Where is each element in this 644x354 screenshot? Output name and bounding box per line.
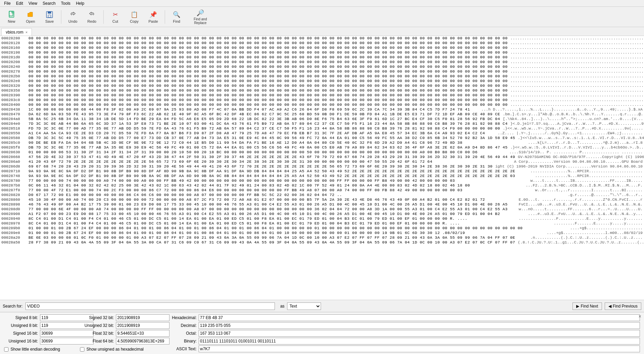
little-endian-checkbox[interactable] [4, 347, 8, 352]
cut-button[interactable]: ✂ Cut [106, 8, 124, 26]
hex-bytes[interactable]: A1 C4 AA 5A CA 93 CE 2E D3 CD 20 7C D5 5… [28, 131, 495, 136]
tab-vbios[interactable]: vbios.rom × [1, 28, 32, 36]
menu-tools[interactable]: Tools [58, 0, 73, 6]
hex-row[interactable]: 0002827800 00 00 00 00 00 00 00 00 00 00… [0, 69, 644, 74]
hex-bytes[interactable]: 00 00 00 00 00 00 00 00 00 00 00 00 00 0… [28, 45, 508, 50]
hex-bytes[interactable]: 1C 00 00 08 00 00 00 68 44 00 F8 3F 02 0… [28, 107, 479, 112]
hex-bytes[interactable]: 28 F7 38 09 21 09 43 0A 4A 55 09 3F 04 0… [28, 240, 515, 245]
hex-row[interactable]: 0002816000 00 00 00 00 00 00 00 00 00 00… [0, 45, 644, 50]
hex-row[interactable]: 000286a041 20 43 6F 72 70 2E 2E 2E 2E 2E… [0, 159, 644, 164]
hex-row[interactable]: 0002819800 00 00 00 00 00 00 00 00 00 00… [0, 50, 644, 55]
hex-bytes[interactable]: DB 7D 3C 3C 0E 77 35 0E 77 AB 3A 35 0E E… [28, 145, 508, 150]
decimal-input[interactable] [199, 322, 640, 329]
hexadecimal-input[interactable] [199, 314, 640, 321]
new-button[interactable]: New [3, 8, 20, 26]
hex-row[interactable]: 00028550A1 C4 AA 5A CA 93 CE 2E D3 CD 20… [0, 131, 644, 136]
hex-bytes[interactable]: 00 00 00 00 00 00 00 00 00 00 00 00 00 0… [28, 93, 508, 98]
hex-bytes[interactable]: A1 F2 07 00 00 23 E9 D0 08 17 75 33 00 4… [28, 212, 525, 216]
menu-search[interactable]: Search [40, 0, 58, 6]
tab-close-button[interactable]: × [25, 30, 27, 34]
paste-button[interactable]: 📌 Paste [144, 8, 162, 26]
hex-bytes[interactable]: 90 DE BE EB FA DA 94 04 6B 5B 4C 3D 9E C… [28, 140, 525, 145]
hex-bytes[interactable]: 00 00 00 00 00 00 00 00 00 00 00 00 00 0… [28, 41, 508, 45]
search-input[interactable] [25, 302, 275, 310]
hex-bytes[interactable]: 00 00 00 00 00 00 00 00 00 00 00 00 00 0… [28, 69, 508, 74]
hex-bytes[interactable]: 00 00 00 00 00 00 00 00 00 00 00 00 00 0… [28, 79, 508, 83]
hex-bytes[interactable]: 9A 93 9A 9E 8C 9A DF D2 DF B1 90 8B DF B… [28, 174, 532, 178]
hex-bytes[interactable]: 69 67 68 74 20 28 43 29 20 31 39 39 36 2… [28, 164, 492, 169]
find-prev-button[interactable]: ◀ Find Previous [605, 302, 641, 310]
hex-bytes[interactable]: 77 00 00 00 00 74 00 00 00 00 A0 74 00 0… [28, 178, 528, 183]
ascii-text-input[interactable] [199, 346, 640, 352]
copy-button[interactable]: 📋 Copy [125, 8, 143, 26]
menu-view[interactable]: View [26, 0, 40, 6]
menu-help[interactable]: Help [73, 0, 87, 6]
hex-bytes[interactable]: 45 10 30 4F 00 00 A0 74 00 20 C3 00 00 0… [28, 197, 516, 202]
hex-row[interactable]: 0002812800 00 00 00 00 00 00 00 00 00 00… [0, 41, 644, 45]
hex-bytes[interactable]: 00 00 00 00 00 00 00 00 00 00 00 00 00 0… [28, 64, 508, 69]
hex-bytes[interactable]: 47 56 2D 4E 32 30 37 53 47 41 4D 49 4E 4… [28, 155, 515, 159]
hex-bytes[interactable]: 46 76 43 49 0F 00 A4 B2 17 75 39 00 01 0… [28, 202, 516, 207]
find-replace-button[interactable]: 🔎 Find and Replace [187, 8, 214, 26]
find-next-button[interactable]: ▶ Find Next [572, 302, 602, 310]
binary-input[interactable] [199, 338, 640, 345]
hex-bytes[interactable]: 00 00 00 00 00 00 00 00 00 00 00 00 00 0… [28, 60, 508, 64]
undo-button[interactable]: Undo [64, 8, 82, 26]
hex-bytes[interactable]: 41 20 43 6F 72 70 2E 2E 2E 2E 2E 2E 2E 2… [28, 159, 511, 164]
hex-bytes[interactable]: DB 7D 3C 3C 5C 49 75 35 0E 77 AB DD D5 7… [28, 136, 515, 140]
hex-bytes[interactable]: 00 00 00 00 00 00 00 00 00 00 00 00 00 0… [28, 55, 508, 60]
open-button[interactable]: Open [22, 8, 39, 26]
hex-row[interactable]: 00028518FD 7D 3C 3C 0E 77 00 AD 77 35 0E… [0, 126, 644, 131]
save-button[interactable]: Save [41, 8, 58, 26]
hex-bytes[interactable]: BE 6E 03 00 00 08 01 0C F0 01 00 00 00 0… [28, 235, 528, 240]
hex-row[interactable]: 000287489A 93 9A 9E 8C 9A DF D2 DF B1 90… [0, 174, 644, 178]
hex-row[interactable]: 00028a20BE 6E 03 00 00 08 01 0C F0 01 00… [0, 235, 644, 240]
hex-row[interactable]: 00028588DB 7D 3C 3C 5C 49 75 35 0E 77 AB… [0, 136, 644, 140]
octal-input[interactable] [199, 330, 640, 337]
hex-row[interactable]: 0002828000 00 00 00 00 00 00 00 00 00 00… [0, 36, 644, 41]
hex-row[interactable]: 000287109A 93 9A 9E 8C 9A DF D2 DF B1 90… [0, 169, 644, 174]
hex-row[interactable]: 0002820800 00 00 00 00 00 00 00 00 00 00… [0, 60, 644, 64]
hex-row[interactable]: 0002824000 00 00 00 00 00 00 00 00 00 00… [0, 64, 644, 69]
search-type-select[interactable]: Text Hex Decimal Regex [287, 302, 321, 310]
hex-row[interactable]: 0002863001 00 00 00 06 53 31 30 2F 31 34… [0, 150, 644, 155]
hex-row[interactable]: 000286d869 67 68 74 20 28 43 29 20 31 39… [0, 164, 644, 169]
menu-file[interactable]: File [1, 0, 13, 6]
hex-row[interactable]: 000289788C C4 01 00 D1 C4 01 00 F4 C4 01… [0, 221, 644, 226]
hex-row[interactable]: 0002886045 10 30 4F 00 00 A0 74 00 20 C3… [0, 197, 644, 202]
hex-row[interactable]: 000282e800 00 00 00 00 00 00 00 00 00 00… [0, 79, 644, 83]
hex-row[interactable]: 000281d000 00 00 00 00 00 00 00 00 00 00… [0, 55, 644, 60]
hex-row[interactable]: 00028828D0 67 17 72 90 E1 00 00 00 00 40… [0, 193, 644, 197]
hex-bytes[interactable]: DA 62 6D 9A 03 5D FE 43 95 73 3E F4 79 8… [28, 112, 500, 117]
hex-bytes[interactable]: 77 00 00 4F 72 E1 00 00 00 74 00 2C F3 0… [28, 188, 532, 193]
hex-row[interactable]: 000289b001 00 00 01 00 2B 67 24 EF 00 00… [0, 226, 644, 231]
hex-row[interactable]: 0002835800 00 00 00 00 00 00 00 00 00 00… [0, 88, 644, 93]
hex-bytes[interactable]: D0 67 17 72 90 E1 00 00 00 00 40 00 00 8… [28, 193, 565, 197]
hex-row[interactable]: 000289408C C4 01 00 D1 C4 01 00 F4 C4 01… [0, 216, 644, 221]
hex-row[interactable]: 0002889846 76 43 49 0F 00 A4 B2 17 75 39… [0, 202, 644, 207]
hex-row[interactable]: 0002866847 56 2D 4E 32 30 37 53 47 41 4D… [0, 155, 644, 159]
hex-row[interactable]: 000285c090 DE BE EB FA DA 94 04 6B 5B 4C… [0, 140, 644, 145]
find-button[interactable]: 🔍 Find [168, 8, 185, 26]
hex-bytes[interactable]: 8C C4 01 00 D1 C4 01 00 F4 C4 01 00 46 C… [28, 216, 516, 221]
hex-row[interactable]: 0002840000 00 00 00 00 00 00 00 00 00 00… [0, 102, 644, 107]
hex-row[interactable]: 000284e07D 3C 3C 0E AB 44 B6 6A 65 6C 3D… [0, 121, 644, 126]
hex-row[interactable]: 000283c800 00 00 00 00 00 00 00 00 00 00… [0, 98, 644, 102]
hex-row[interactable]: 000284381C 00 00 08 00 00 00 68 44 00 F8… [0, 107, 644, 112]
hex-bytes[interactable]: 0C 06 11 46 32 01 04 00 32 02 42 02 25 0… [28, 183, 523, 188]
hex-row[interactable]: 0002832000 00 00 00 00 00 00 00 00 00 00… [0, 83, 644, 88]
hex-bytes[interactable]: 77 00 00 00 6E 4F 00 00 00 A0 74 00 00 0… [28, 207, 516, 212]
hex-bytes[interactable]: 7D 3C 3C 0E AB 44 B6 6A 65 6C 3D 37 1A 5… [28, 121, 508, 126]
hex-row[interactable]: 0002839000 00 00 00 00 00 00 00 00 00 00… [0, 93, 644, 98]
hex-bytes[interactable]: 00 00 00 00 00 00 00 00 00 00 00 00 00 0… [28, 83, 508, 88]
hex-row[interactable]: 000289e801 00 00 01 00 2B 67 24 EF 00 00… [0, 231, 644, 235]
hex-row[interactable]: 000287b80C 06 11 46 32 01 04 00 32 02 42… [0, 183, 644, 188]
hex-row[interactable]: 00028a5828 F7 38 09 21 09 43 0A 4A 55 09… [0, 240, 644, 245]
hex-row[interactable]: 000284a85B 8A 5C 25 6B 34 DA 11 38 34 1B… [0, 117, 644, 121]
hex-bytes[interactable]: 01 00 00 01 00 2B 67 24 EF 00 00 00 86 0… [28, 231, 544, 235]
hex-row[interactable]: 000287f077 00 00 4F 72 E1 00 00 00 74 00… [0, 188, 644, 193]
hex-content[interactable]: 0002828000 00 00 00 00 00 00 00 00 00 00… [0, 36, 644, 300]
hex-bytes[interactable]: 00 00 00 00 00 00 00 00 00 00 00 00 00 0… [28, 102, 508, 107]
hex-row[interactable]: 000282b000 00 00 00 00 00 00 00 00 00 00… [0, 74, 644, 79]
hex-bytes[interactable]: 5B 8A 5C 25 6B 34 DA 11 38 34 1B DE 5D 1… [28, 117, 500, 121]
